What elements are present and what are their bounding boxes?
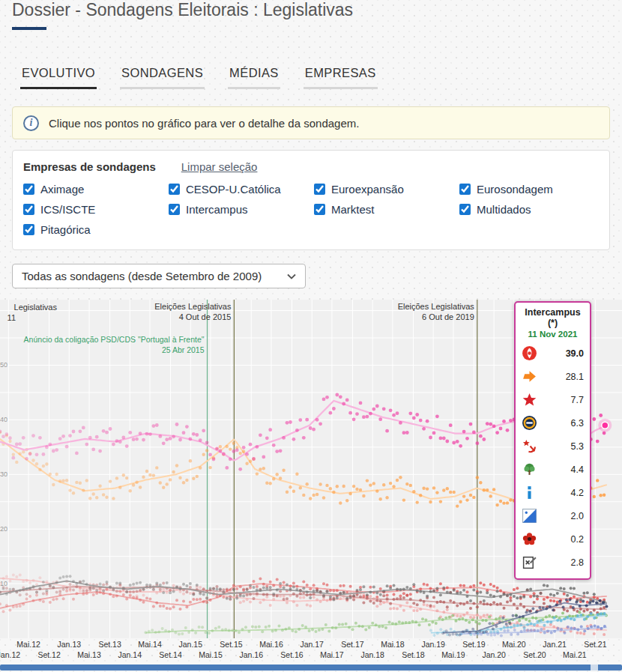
svg-text:Set.15: Set.15	[220, 640, 243, 649]
svg-text:Set.19: Set.19	[462, 640, 486, 649]
checkbox[interactable]	[169, 184, 180, 195]
svg-text:Mai.18: Mai.18	[381, 640, 405, 649]
chega-icon	[522, 415, 537, 431]
svg-text:Legislativas: Legislativas	[14, 303, 58, 312]
tooltip-value: 0.2	[571, 534, 584, 545]
svg-text:Set.13: Set.13	[98, 640, 121, 649]
tooltip-row: 39.0	[521, 342, 585, 365]
company-checkbox-multidados[interactable]: Multidados	[459, 203, 599, 216]
scrollbar-notch	[591, 665, 598, 671]
checkbox[interactable]	[23, 184, 34, 195]
svg-text:Mai.15: Mai.15	[199, 650, 223, 659]
svg-text:Set.21: Set.21	[584, 640, 607, 649]
checkbox-label: ICS/ISCTE	[40, 203, 95, 216]
tooltip-value: 4.4	[571, 464, 584, 475]
page: Dossier - Sondagens Eleitorais : Legisla…	[0, 0, 622, 672]
poll-tooltip: Intercampus (*) 11 Nov 2021 39.0 28.1 7.…	[514, 301, 591, 580]
company-checkbox-marktest[interactable]: Marktest	[314, 203, 459, 216]
svg-text:Mai.17: Mai.17	[320, 650, 344, 659]
checkbox-label: Eurosondagem	[477, 183, 553, 196]
filter-heading: Empresas de sondagens	[23, 160, 156, 173]
svg-text:4 Out de 2015: 4 Out de 2015	[179, 312, 232, 321]
checkbox-label: Euroexpansão	[331, 183, 404, 196]
company-checkbox-eurosondagem[interactable]: Eurosondagem	[459, 183, 599, 196]
checkbox[interactable]	[23, 204, 34, 215]
company-checkbox-cesop[interactable]: CESOP-U.Católica	[169, 183, 314, 196]
filter-header: Empresas de sondagens Limpar seleção	[23, 160, 599, 173]
checkbox-label: Aximage	[40, 183, 84, 196]
be-icon	[522, 392, 537, 408]
svg-text:Set.14: Set.14	[159, 650, 182, 659]
svg-text:30: 30	[0, 470, 7, 478]
range-select-value: Todas as sondagens (desde Setembro de 20…	[22, 270, 262, 282]
poll-evolution-chart[interactable]: Jan.12Mai.12Set.12Jan.13Mai.13Set.13Jan.…	[0, 300, 622, 672]
checkbox-label: Intercampus	[186, 203, 248, 216]
title-underline	[12, 27, 46, 30]
clear-selection-link[interactable]: Limpar seleção	[181, 160, 258, 173]
company-checkbox-ics-iscte[interactable]: ICS/ISCTE	[23, 203, 169, 216]
tab-sondagens[interactable]: SONDAGENS	[120, 66, 205, 89]
tab-evolutivo[interactable]: EVOLUTIVO	[20, 66, 97, 89]
tooltip-rows: 39.0 28.1 7.7 6.3 5.3	[521, 342, 585, 574]
svg-text:Set.17: Set.17	[341, 640, 364, 649]
chart-scrollbar[interactable]	[0, 665, 622, 671]
company-checkbox-euroexpansao[interactable]: Euroexpansão	[314, 183, 459, 196]
company-checkbox-pitagorica[interactable]: Pitagórica	[23, 223, 169, 236]
svg-text:Set.12: Set.12	[37, 650, 61, 659]
checkbox[interactable]	[169, 204, 180, 215]
checkbox[interactable]	[314, 184, 325, 195]
svg-text:50: 50	[0, 361, 7, 369]
svg-text:Jan.21: Jan.21	[543, 640, 567, 649]
svg-text:Jan.14: Jan.14	[118, 650, 142, 659]
checkbox[interactable]	[23, 224, 34, 235]
svg-text:6 Out de 2019: 6 Out de 2019	[422, 312, 474, 321]
svg-text:Mai.16: Mai.16	[259, 640, 283, 649]
page-title: Dossier - Sondagens Eleitorais : Legisla…	[12, 0, 353, 20]
tab-bar: EVOLUTIVO SONDAGENS MÉDIAS EMPRESAS	[20, 66, 378, 89]
il-icon	[522, 485, 537, 500]
company-checkbox-grid: Aximage CESOP-U.Católica Euroexpansão Eu…	[23, 183, 599, 236]
checkbox[interactable]	[459, 184, 471, 195]
svg-text:40: 40	[0, 416, 7, 423]
pan-icon	[522, 461, 537, 477]
tooltip-value: 7.7	[571, 395, 584, 405]
svg-text:Jan.13: Jan.13	[58, 640, 82, 649]
checkbox-label: Marktest	[331, 203, 375, 216]
tooltip-row: 28.1	[521, 365, 585, 388]
livre-icon	[522, 508, 537, 524]
svg-text:Mai.20: Mai.20	[502, 640, 526, 649]
cdu-icon	[522, 438, 537, 454]
poll-range-select[interactable]: Todas as sondagens (desde Setembro de 20…	[12, 264, 306, 288]
red-flower-icon	[522, 531, 537, 547]
tab-empresas[interactable]: EMPRESAS	[304, 66, 378, 89]
svg-text:Set.16: Set.16	[280, 650, 304, 659]
svg-text:Jan.15: Jan.15	[178, 640, 202, 649]
svg-text:25 Abr 2015: 25 Abr 2015	[162, 345, 205, 354]
checkbox[interactable]	[459, 204, 471, 215]
checkbox-label: Multidados	[477, 203, 531, 216]
checkbox[interactable]	[314, 204, 325, 215]
info-icon: i	[23, 115, 39, 131]
tooltip-row: 7.7	[521, 388, 585, 411]
svg-text:Mai.19: Mai.19	[441, 650, 465, 659]
tooltip-row: 2.8	[521, 551, 585, 574]
svg-text:Mai.13: Mai.13	[77, 650, 101, 659]
company-checkbox-aximage[interactable]: Aximage	[23, 183, 169, 196]
svg-text:Jan.12: Jan.12	[0, 650, 20, 659]
tooltip-value: 2.0	[571, 511, 584, 521]
svg-text:Eleições Legislativas: Eleições Legislativas	[398, 302, 475, 311]
company-checkbox-intercampus[interactable]: Intercampus	[169, 203, 314, 216]
svg-text:Jan.19: Jan.19	[421, 640, 445, 649]
tooltip-value: 39.0	[566, 348, 584, 359]
tooltip-row: 6.3	[521, 411, 585, 435]
ps-icon	[522, 345, 537, 361]
svg-text:Jan.20: Jan.20	[482, 650, 506, 659]
svg-text:Mai.14: Mai.14	[138, 640, 162, 649]
filter-panel: Empresas de sondagens Limpar seleção Axi…	[12, 150, 610, 250]
svg-text:Anúncio da coligação PSD/CDS ": Anúncio da coligação PSD/CDS "Portugal à…	[24, 335, 205, 344]
info-text: Clique nos pontos no gráfico para ver o …	[49, 117, 359, 130]
svg-text:11: 11	[7, 313, 16, 322]
tooltip-value: 2.8	[571, 557, 584, 568]
checkbox-label: Pitagórica	[40, 223, 91, 236]
tab-medias[interactable]: MÉDIAS	[228, 66, 280, 89]
